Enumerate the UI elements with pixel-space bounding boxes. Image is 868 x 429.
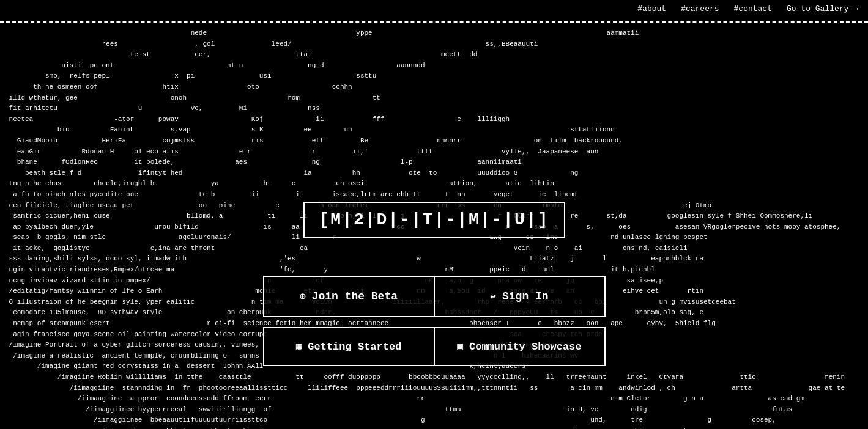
community-showcase-button[interactable]: ▣ Community Showcase: [434, 327, 606, 366]
nav-contact[interactable]: #contact: [734, 4, 772, 13]
primary-button-group: ⊕ Join the Beta ↩ Sign In: [263, 276, 606, 317]
secondary-button-group: ▦ Getting Started ▣ Community Showcase: [263, 327, 606, 366]
community-showcase-label: Community Showcase: [469, 341, 582, 353]
sign-in-icon: ↩: [490, 290, 496, 302]
sign-in-label: Sign In: [502, 290, 549, 302]
gallery-icon: ▣: [457, 340, 463, 353]
navbar: #about #careers #contact Go to Gallery →: [0, 0, 868, 17]
join-beta-label: Join the Beta: [312, 290, 398, 302]
dashed-line: [0, 21, 868, 23]
book-icon: ▦: [296, 340, 302, 353]
nav-gallery[interactable]: Go to Gallery →: [787, 4, 858, 13]
join-beta-button[interactable]: ⊕ Join the Beta: [263, 276, 434, 317]
center-logo: [M|2|D|-|T|-|M|-|U|]: [303, 202, 565, 238]
user-plus-icon: ⊕: [300, 290, 306, 302]
sign-in-button[interactable]: ↩ Sign In: [434, 276, 606, 317]
separator-line: [0, 18, 868, 26]
nav-careers[interactable]: #careers: [681, 4, 719, 13]
getting-started-label: Getting Started: [308, 341, 401, 353]
getting-started-button[interactable]: ▦ Getting Started: [263, 327, 434, 366]
nav-about[interactable]: #about: [637, 4, 666, 13]
